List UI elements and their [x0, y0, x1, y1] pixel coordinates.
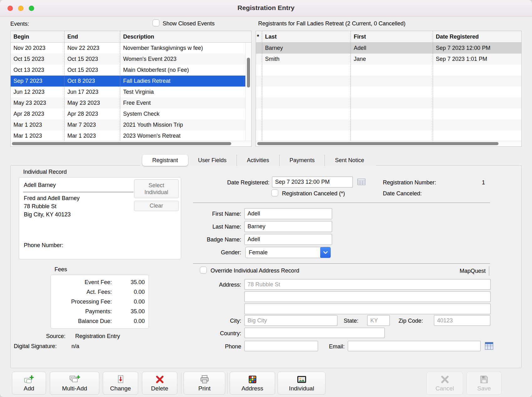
individual-record-label: Individual Record [23, 169, 67, 175]
event-description: Fall Ladies Retreat [120, 76, 246, 87]
digital-signature-label: Digital Signature: [14, 343, 57, 350]
registrants-horizontal-scrollbar[interactable] [256, 141, 521, 146]
column-header-star[interactable]: * [256, 31, 262, 42]
change-button[interactable]: Change [103, 372, 138, 395]
event-description: 2023 Women's Retreat [120, 130, 246, 141]
last-name-input[interactable] [244, 221, 332, 232]
column-header-last[interactable]: Last [262, 31, 351, 42]
state-input[interactable] [367, 315, 390, 326]
scrollbar-thumb[interactable] [12, 142, 231, 145]
address-line3-input[interactable] [244, 304, 491, 314]
save-button[interactable]: Save [467, 372, 502, 395]
change-icon [116, 375, 125, 384]
fees-label: Fees [55, 266, 67, 273]
country-input[interactable] [244, 328, 385, 338]
event-begin: Jun 12 2023 [11, 87, 65, 98]
print-button[interactable]: Print [184, 372, 225, 395]
column-header-date-registered[interactable]: Date Registered [433, 31, 521, 42]
event-row[interactable]: Oct 15 2023Oct 15 2023Women's Event 2023 [11, 54, 246, 65]
gender-select[interactable]: Female [245, 247, 331, 258]
select-individual-button[interactable]: Select Individual [134, 179, 179, 198]
individual-address-line3: Big City, KY 40123 [24, 211, 70, 218]
registration-number-value: 1 [464, 179, 485, 186]
phone-input[interactable] [244, 341, 318, 351]
tab-payments[interactable]: Payments [279, 155, 325, 166]
registrant-row[interactable]: SmithJaneSep 7 2023 1:01 PM [256, 54, 521, 65]
cancel-button[interactable]: Cancel [426, 372, 463, 395]
event-row[interactable]: Mar 1 2023Mar 1 20232023 Women's Retreat [11, 130, 246, 141]
fee-label: Balance Due: [54, 318, 112, 325]
date-registered-input[interactable] [272, 177, 353, 188]
contact-lookup-icon[interactable] [484, 341, 494, 351]
mapquest-button[interactable]: MapQuest [452, 266, 489, 276]
zip-code-label: Zip Code: [399, 318, 423, 324]
event-row-selected[interactable]: Sep 7 2023Oct 8 2023Fall Ladies Retreat [11, 76, 246, 87]
multi-add-button[interactable]: Multi-Add [50, 372, 99, 395]
delete-button[interactable]: Delete [142, 372, 177, 395]
fee-row: Act. Fees:0.00 [54, 287, 145, 297]
fee-value: 0.00 [112, 299, 145, 305]
event-row[interactable]: May 23 2023May 23 2023Free Event [11, 98, 246, 109]
individual-address-line1: Fred and Adell Barney [24, 195, 80, 202]
delete-button-label: Delete [151, 385, 168, 392]
events-vertical-scrollbar[interactable] [245, 43, 251, 141]
zip-code-input[interactable] [434, 315, 490, 326]
tab-user-fields[interactable]: User Fields [188, 155, 237, 166]
show-closed-events-checkbox[interactable] [153, 19, 159, 26]
chevron-down-icon[interactable] [320, 247, 331, 258]
address-cube-icon [248, 375, 257, 384]
events-label: Events: [10, 21, 29, 27]
print-icon [199, 375, 210, 384]
event-row[interactable]: Apr 28 2023Apr 28 2023System Check [11, 109, 246, 119]
fee-value: 0.00 [112, 289, 145, 295]
events-table-header: Begin End Description [11, 31, 251, 43]
individual-button[interactable]: Individual [278, 372, 326, 395]
scrollbar-thumb[interactable] [257, 142, 498, 145]
event-row[interactable]: Jun 12 2023Jun 17 2023Test Virginia [11, 87, 246, 98]
event-begin: Nov 20 2023 [11, 43, 65, 54]
address-line2-input[interactable] [244, 291, 491, 302]
add-button-label: Add [24, 385, 34, 392]
registration-canceled-checkbox[interactable] [271, 189, 278, 196]
last-name-label: Last Name: [175, 224, 241, 230]
column-header-begin[interactable]: Begin [11, 31, 65, 42]
tab-activities[interactable]: Activities [237, 155, 279, 166]
event-begin: May 23 2023 [11, 98, 65, 109]
state-label: State: [344, 318, 358, 324]
source-value: Registration Entry [75, 333, 120, 340]
scrollbar-thumb[interactable] [247, 58, 250, 87]
event-row[interactable]: Mar 1 2023Mar 7 20232021 Youth Mission T… [11, 119, 246, 130]
registrant-last: Barney [262, 43, 351, 54]
country-label: Country: [175, 330, 241, 337]
address-button[interactable]: Address [230, 372, 275, 395]
column-header-description[interactable]: Description [120, 31, 251, 42]
event-row[interactable]: Nov 20 2023Nov 22 2023November Tanksgivn… [11, 43, 246, 54]
tab-sent-notice[interactable]: Sent Notice [325, 155, 374, 166]
individual-address-line2: 78 Rubble St [24, 203, 56, 210]
add-button[interactable]: Add [12, 372, 46, 395]
titlebar: Registration Entry [0, 0, 532, 17]
registrant-first: Jane [351, 54, 433, 65]
event-row[interactable]: Oct 13 2023Oct 15 2023Main Oktoberfest (… [11, 65, 246, 76]
calendar-icon[interactable] [357, 178, 366, 186]
first-name-input[interactable] [244, 208, 332, 219]
cancel-x-icon [440, 375, 450, 384]
badge-name-input[interactable] [244, 234, 332, 245]
column-header-first[interactable]: First [351, 31, 433, 42]
override-address-checkbox[interactable] [200, 267, 207, 273]
email-input[interactable] [348, 341, 481, 351]
print-button-label: Print [198, 385, 211, 392]
divider [193, 263, 490, 264]
column-header-end[interactable]: End [65, 31, 120, 42]
clear-button[interactable]: Clear [134, 201, 179, 211]
city-input[interactable] [244, 315, 337, 326]
event-description: System Check [120, 109, 246, 119]
registrant-row-selected[interactable]: BarneyAdellSep 7 2023 12:00 PM [256, 43, 521, 54]
address-line1-input[interactable] [244, 279, 491, 290]
tab-registrant[interactable]: Registrant [142, 155, 188, 166]
events-horizontal-scrollbar[interactable] [11, 141, 251, 146]
city-label: City: [175, 318, 241, 324]
event-description: 2021 Youth Mission Trip [120, 119, 246, 130]
events-table: Begin End Description Nov 20 2023Nov 22 … [10, 31, 252, 147]
gender-label: Gender: [175, 249, 241, 256]
